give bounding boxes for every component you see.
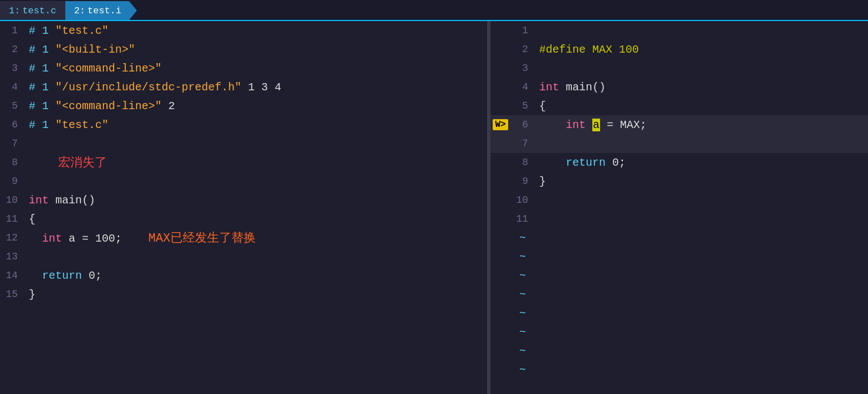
tab-label-2: test.i bbox=[87, 6, 121, 16]
editor-container: 1: test.c 2: test.i 1 # 1 "test.c" 2 # 1… bbox=[0, 0, 868, 394]
panes: 1 # 1 "test.c" 2 # 1 "<built-in>" 3 # 1 … bbox=[0, 21, 868, 394]
right-pane: 1 2 #define MAX 100 3 4 bbox=[490, 21, 868, 394]
table-row: 2 # 1 "<built-in>" bbox=[0, 40, 487, 59]
table-row: W> 6 int a = MAX; bbox=[490, 115, 868, 134]
table-row: 8 宏消失了 bbox=[0, 153, 487, 172]
table-row: 14 return 0; bbox=[0, 266, 487, 285]
tab-bar: 1: test.c 2: test.i bbox=[0, 0, 868, 21]
table-row: 4 # 1 "/usr/include/stdc-predef.h" 1 3 4 bbox=[0, 78, 487, 96]
table-row: 10 int main() bbox=[0, 191, 487, 209]
table-row: 3 # 1 "<command-line>" bbox=[0, 59, 487, 78]
table-row: 1 # 1 "test.c" bbox=[0, 21, 487, 40]
table-row: 9 bbox=[0, 172, 487, 191]
tilde-line: ~ bbox=[490, 285, 868, 304]
tilde-line: ~ bbox=[490, 323, 868, 341]
tilde-line: ~ bbox=[490, 360, 868, 379]
table-row: 13 bbox=[0, 247, 487, 266]
tab-num-1: 1: bbox=[9, 6, 20, 16]
w-marker: W> bbox=[493, 119, 508, 130]
tab-test-c[interactable]: 1: test.c bbox=[0, 1, 65, 20]
table-row: 11 bbox=[490, 209, 868, 228]
tilde-line: ~ bbox=[490, 266, 868, 285]
left-pane: 1 # 1 "test.c" 2 # 1 "<built-in>" 3 # 1 … bbox=[0, 21, 487, 394]
table-row: 1 bbox=[490, 21, 868, 40]
table-row: 5 { bbox=[490, 96, 868, 115]
table-row: 12 int a = 100; MAX已经发生了替换 bbox=[0, 228, 487, 247]
tab-test-i[interactable]: 2: test.i bbox=[65, 1, 137, 20]
table-row: 8 return 0; bbox=[490, 153, 868, 172]
tilde-line: ~ bbox=[490, 247, 868, 266]
tilde-line: ~ bbox=[490, 341, 868, 360]
tab-num-2: 2: bbox=[74, 6, 85, 16]
table-row: 10 bbox=[490, 191, 868, 209]
table-row: 4 int main() bbox=[490, 78, 868, 96]
table-row: 6 # 1 "test.c" bbox=[0, 115, 487, 134]
table-row: 9 } bbox=[490, 172, 868, 191]
table-row: 5 # 1 "<command-line>" 2 bbox=[0, 96, 487, 115]
tilde-line: ~ bbox=[490, 304, 868, 323]
table-row: 11 { bbox=[0, 209, 487, 228]
table-row: 7 bbox=[0, 134, 487, 153]
tab-label-1: test.c bbox=[22, 6, 56, 16]
right-code-area: 1 2 #define MAX 100 3 4 bbox=[490, 21, 868, 394]
left-code-area: 1 # 1 "test.c" 2 # 1 "<built-in>" 3 # 1 … bbox=[0, 21, 487, 394]
table-row: 3 bbox=[490, 59, 868, 78]
table-row: 2 #define MAX 100 bbox=[490, 40, 868, 59]
table-row: 15 } bbox=[0, 285, 487, 304]
tilde-line: ~ bbox=[490, 228, 868, 247]
table-row: 7 bbox=[490, 134, 868, 153]
